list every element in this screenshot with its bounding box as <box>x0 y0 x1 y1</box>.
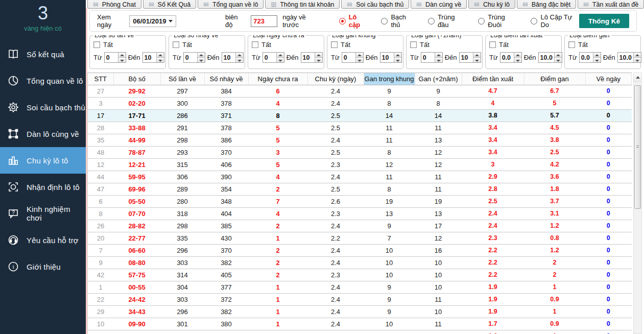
spin-down-button[interactable] <box>593 57 601 62</box>
column-header[interactable]: Chu kỳ (ngày) <box>307 73 364 85</box>
table-row[interactable]: 27 29-92 297 384 6 2.4 9 9 4.7 6.7 0 <box>88 85 632 97</box>
column-header[interactable]: Số lần về <box>160 73 204 85</box>
sidebar-item[interactable]: Dàn lô cùng về <box>0 121 86 147</box>
from-spinner[interactable]: 0.0 <box>500 52 522 63</box>
to-spinner[interactable]: 10.0 <box>538 52 562 63</box>
column-header[interactable]: Gan trong khung <box>364 73 415 85</box>
column-header[interactable]: Điểm tần xuất <box>462 73 524 85</box>
table-row[interactable]: 47 69-96 289 354 2 2.5 8 11 2.8 1.8 0 <box>88 183 632 195</box>
spin-down-button[interactable] <box>514 57 521 62</box>
all-checkbox[interactable]: Tất <box>93 41 162 49</box>
to-spinner[interactable]: 10 <box>459 52 481 63</box>
column-header[interactable]: Bộ số <box>113 73 160 85</box>
sidebar-item[interactable]: Nhận định lô tô <box>0 174 86 200</box>
from-spinner[interactable]: 0 <box>104 52 126 63</box>
table-row[interactable]: 8 07-70 318 404 4 2.3 13 13 2.4 3.1 0 <box>88 207 632 220</box>
table-row[interactable]: 12 12-21 315 406 5 2.3 12 12 3 4.2 0 <box>88 158 632 171</box>
from-spinner[interactable]: 0 <box>263 52 284 63</box>
table-row[interactable]: 29 34-43 296 382 1 2.4 9 10 1.9 1 0 <box>88 305 632 318</box>
from-spinner[interactable]: 0 <box>342 52 364 63</box>
spin-down-button[interactable] <box>555 57 562 62</box>
to-spinner[interactable]: 10 <box>380 52 402 63</box>
table-row[interactable]: 35 44-99 298 386 5 2.4 11 13 3.4 3.8 0 <box>88 134 632 146</box>
spin-up-button[interactable] <box>435 53 442 57</box>
top-tab[interactable]: Chu kỳ lô <box>468 0 515 9</box>
spin-up-button[interactable] <box>157 53 164 57</box>
scroll-up-button[interactable] <box>634 73 641 82</box>
spin-up-button[interactable] <box>473 53 481 57</box>
table-row[interactable]: 10 09-90 301 380 1 2.4 10 11 1.7 0.9 0 <box>88 318 632 330</box>
spin-down-button[interactable] <box>118 57 126 62</box>
sidebar-item[interactable]: Tổng quan về lô <box>0 67 86 94</box>
amplitude-input[interactable] <box>251 15 277 27</box>
column-header[interactable]: STT <box>88 73 113 85</box>
spin-down-button[interactable] <box>394 57 401 62</box>
from-spinner[interactable]: 0.0 <box>579 52 601 63</box>
column-header[interactable]: Ngày chưa ra <box>248 73 307 85</box>
all-checkbox[interactable]: Tất <box>489 41 558 49</box>
spin-down-button[interactable] <box>277 57 284 62</box>
stats-button[interactable]: Thống Kê <box>579 14 629 28</box>
table-row[interactable]: 22 24-42 303 372 1 2.4 9 11 1.9 0.9 0 <box>88 293 632 305</box>
spin-down-button[interactable] <box>356 57 363 62</box>
spin-up-button[interactable] <box>394 53 401 57</box>
sidebar-item[interactable]: Giới thiệu <box>0 253 86 280</box>
mode-radio[interactable]: Trùng Đuôi <box>478 13 517 29</box>
spin-down-button[interactable] <box>473 57 481 62</box>
top-tab[interactable]: Bảng đặc biệt <box>517 0 576 9</box>
table-row[interactable]: 9 08-80 303 382 2 2.4 10 10 2.2 2 0 <box>88 256 632 269</box>
to-spinner[interactable]: 10.0 <box>617 52 641 63</box>
table-row[interactable]: 7 06-60 296 370 2 2.4 10 16 2.2 1.2 0 <box>88 244 632 256</box>
to-spinner[interactable]: 10 <box>222 52 244 63</box>
to-spinner[interactable]: 10 <box>142 52 164 63</box>
scrollbar-thumb[interactable] <box>634 85 641 209</box>
table-row[interactable]: 44 59-95 306 390 4 2.4 11 11 2.9 3.6 0 <box>88 171 632 183</box>
spin-up-button[interactable] <box>236 53 243 57</box>
top-tab[interactable]: Tần xuất dàn đề <box>578 0 644 9</box>
view-date-select[interactable]: 06/01/2019 <box>129 15 176 27</box>
spin-up-button[interactable] <box>277 53 284 57</box>
top-tab[interactable]: Tổng quan về lô <box>198 0 264 9</box>
from-spinner[interactable]: 0 <box>421 52 443 63</box>
table-row[interactable]: 48 78-87 293 370 3 2.5 8 12 3.4 2.5 0 <box>88 146 632 158</box>
all-checkbox[interactable]: Tất <box>568 41 637 49</box>
spin-up-button[interactable] <box>555 53 562 57</box>
spin-up-button[interactable] <box>118 53 126 57</box>
spin-up-button[interactable] <box>514 53 521 57</box>
top-tab[interactable]: Phòng Chat <box>87 0 141 9</box>
spin-up-button[interactable] <box>593 53 601 57</box>
to-spinner[interactable]: 10 <box>301 52 323 63</box>
table-row[interactable]: 26 28-82 298 385 2 2.4 9 17 2.4 1.2 0 <box>88 220 632 232</box>
sidebar-item[interactable]: Chu kỳ lô tô <box>0 147 86 174</box>
spin-up-button[interactable] <box>315 53 322 57</box>
table-row[interactable]: 17 17-71 286 371 8 2.5 14 14 3.8 5.7 0 <box>88 109 632 122</box>
table-row[interactable]: 20 22-77 335 430 1 2.2 7 12 2.3 0.8 0 <box>88 232 632 244</box>
sidebar-item[interactable]: Yêu cầu hỗ trợ <box>0 227 86 253</box>
top-tab[interactable]: Số Kết Quả <box>143 0 196 9</box>
all-checkbox[interactable]: Tất <box>173 41 242 49</box>
table-row[interactable]: 3 02-20 300 378 4 2.4 8 8 4 5 0 <box>88 97 632 109</box>
spin-up-button[interactable] <box>356 53 363 57</box>
all-checkbox[interactable]: Tất <box>252 41 321 49</box>
all-checkbox[interactable]: Tất <box>410 41 479 49</box>
column-header[interactable]: Số nháy về <box>204 73 248 85</box>
table-row[interactable]: 28 33-88 291 378 5 2.5 11 11 3.4 4.5 0 <box>88 122 632 134</box>
table-row[interactable]: 2 01-10 294 411 1 2.3 10 10 1.6 1 0 <box>88 330 632 334</box>
mode-radio[interactable]: Trùng đầu <box>428 13 465 29</box>
mode-radio[interactable]: Bạch thủ <box>381 13 415 29</box>
spin-up-button[interactable] <box>634 53 641 57</box>
spin-down-button[interactable] <box>634 57 641 62</box>
column-header[interactable]: Điểm gan <box>524 73 585 85</box>
sidebar-item[interactable]: Kinh nghiệm chơi <box>0 200 86 227</box>
column-header[interactable]: Gan (+2năm) <box>415 73 462 85</box>
all-checkbox[interactable]: Tất <box>331 41 400 49</box>
mode-radio[interactable]: Lô cặp <box>339 13 368 29</box>
spin-down-button[interactable] <box>157 57 164 62</box>
sidebar-item[interactable]: Soi cầu bạch thủ <box>0 94 86 121</box>
spin-down-button[interactable] <box>198 57 205 62</box>
spin-down-button[interactable] <box>315 57 322 62</box>
column-header[interactable]: Về ngày <box>585 73 632 85</box>
spin-down-button[interactable] <box>236 57 243 62</box>
top-tab[interactable]: Dàn cùng về <box>411 0 467 9</box>
top-tab[interactable]: Thông tin tài khoản <box>265 0 340 9</box>
